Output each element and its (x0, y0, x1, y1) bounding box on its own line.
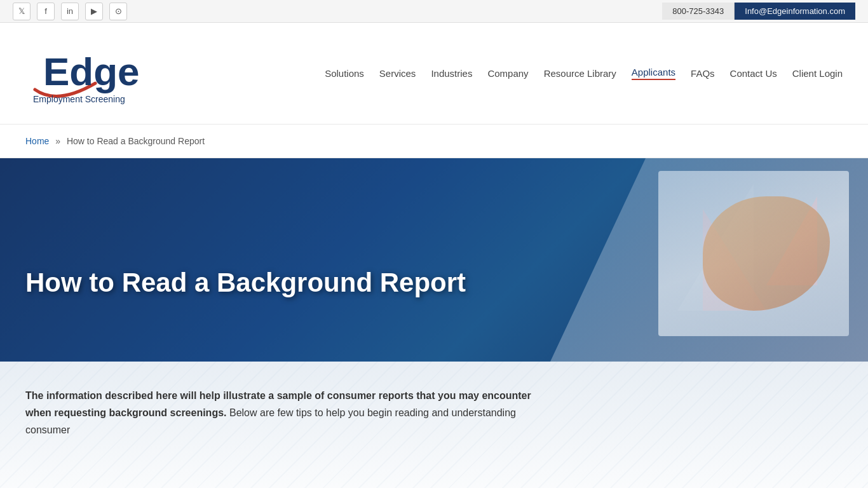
nav-solutions[interactable]: Solutions (325, 68, 364, 79)
nav-services[interactable]: Services (379, 68, 416, 79)
nav-faqs[interactable]: FAQs (691, 68, 715, 79)
facebook-icon[interactable]: f (37, 3, 55, 20)
main-nav: Solutions Services Industries Company Re… (325, 67, 843, 80)
contact-info: 800-725-3343 Info@Edgeinformation.com (662, 3, 855, 20)
top-bar: 𝕏 f in ▶ ⊙ 800-725-3343 Info@Edgeinforma… (0, 0, 868, 23)
site-logo[interactable]: Edge Employment Screening (25, 36, 153, 112)
hero-title: How to Read a Background Report (25, 268, 466, 298)
instagram-icon[interactable]: ⊙ (109, 3, 127, 20)
intro-paragraph: The information described here will help… (25, 387, 546, 439)
breadcrumb-home-link[interactable]: Home (25, 136, 49, 146)
breadcrumb-separator: » (55, 136, 60, 146)
email-address[interactable]: Info@Edgeinformation.com (735, 3, 855, 20)
svg-text:Edge: Edge (43, 50, 140, 93)
site-header: Edge Employment Screening Solutions Serv… (0, 23, 868, 125)
lower-content: The information described here will help… (0, 362, 868, 488)
nav-applicants[interactable]: Applicants (632, 67, 675, 80)
social-links: 𝕏 f in ▶ ⊙ (13, 3, 127, 20)
nav-contact-us[interactable]: Contact Us (730, 68, 777, 79)
intro-text-area: The information described here will help… (0, 362, 572, 458)
breadcrumb-current: How to Read a Background Report (67, 136, 205, 146)
nav-resource-library[interactable]: Resource Library (544, 68, 616, 79)
hero-banner: How to Read a Background Report (0, 158, 868, 362)
svg-text:Employment Screening: Employment Screening (33, 94, 125, 104)
breadcrumb: Home » How to Read a Background Report (0, 125, 868, 158)
twitter-icon[interactable]: 𝕏 (13, 3, 31, 20)
nav-client-login[interactable]: Client Login (792, 68, 843, 79)
nav-company[interactable]: Company (487, 68, 528, 79)
nav-industries[interactable]: Industries (431, 68, 472, 79)
linkedin-icon[interactable]: in (61, 3, 79, 20)
youtube-icon[interactable]: ▶ (85, 3, 103, 20)
logo-area[interactable]: Edge Employment Screening (25, 36, 153, 112)
phone-number[interactable]: 800-725-3343 (662, 3, 735, 20)
